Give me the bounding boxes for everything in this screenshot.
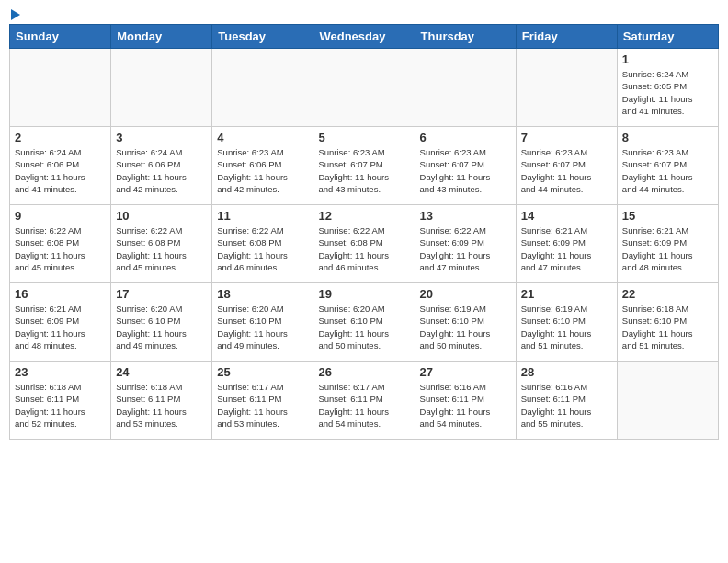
calendar-cell: 15Sunrise: 6:21 AM Sunset: 6:09 PM Dayli… xyxy=(617,205,718,283)
calendar-cell: 26Sunrise: 6:17 AM Sunset: 6:11 PM Dayli… xyxy=(313,362,415,440)
day-info: Sunrise: 6:18 AM Sunset: 6:11 PM Dayligh… xyxy=(116,381,207,430)
day-number: 11 xyxy=(217,209,308,223)
day-number: 15 xyxy=(622,209,713,223)
day-number: 6 xyxy=(420,131,511,144)
calendar-cell: 20Sunrise: 6:19 AM Sunset: 6:10 PM Dayli… xyxy=(415,283,516,362)
day-info: Sunrise: 6:23 AM Sunset: 6:07 PM Dayligh… xyxy=(521,146,612,195)
calendar-cell xyxy=(10,49,111,127)
calendar-cell: 25Sunrise: 6:17 AM Sunset: 6:11 PM Dayli… xyxy=(212,362,313,440)
day-number: 13 xyxy=(420,209,511,223)
day-info: Sunrise: 6:20 AM Sunset: 6:10 PM Dayligh… xyxy=(217,303,308,351)
day-info: Sunrise: 6:16 AM Sunset: 6:11 PM Dayligh… xyxy=(521,381,612,430)
day-info: Sunrise: 6:22 AM Sunset: 6:09 PM Dayligh… xyxy=(420,224,511,273)
calendar-cell xyxy=(617,362,718,440)
calendar-cell: 21Sunrise: 6:19 AM Sunset: 6:10 PM Dayli… xyxy=(516,283,617,362)
day-info: Sunrise: 6:21 AM Sunset: 6:09 PM Dayligh… xyxy=(15,303,106,351)
day-number: 3 xyxy=(116,131,207,144)
day-info: Sunrise: 6:22 AM Sunset: 6:08 PM Dayligh… xyxy=(116,224,207,273)
calendar-cell: 6Sunrise: 6:23 AM Sunset: 6:07 PM Daylig… xyxy=(415,127,516,205)
calendar-cell xyxy=(516,49,617,127)
day-number: 23 xyxy=(15,365,106,379)
day-info: Sunrise: 6:19 AM Sunset: 6:10 PM Dayligh… xyxy=(521,303,612,351)
day-info: Sunrise: 6:23 AM Sunset: 6:06 PM Dayligh… xyxy=(217,146,308,195)
logo xyxy=(9,9,20,20)
day-info: Sunrise: 6:24 AM Sunset: 6:06 PM Dayligh… xyxy=(116,146,207,195)
calendar-cell: 8Sunrise: 6:23 AM Sunset: 6:07 PM Daylig… xyxy=(617,127,718,205)
day-number: 7 xyxy=(521,131,612,144)
day-number: 27 xyxy=(420,365,511,379)
calendar-cell: 13Sunrise: 6:22 AM Sunset: 6:09 PM Dayli… xyxy=(415,205,516,283)
day-info: Sunrise: 6:24 AM Sunset: 6:05 PM Dayligh… xyxy=(622,68,713,117)
day-number: 5 xyxy=(318,131,409,144)
day-number: 22 xyxy=(622,287,713,301)
calendar-cell: 12Sunrise: 6:22 AM Sunset: 6:08 PM Dayli… xyxy=(313,205,415,283)
calendar-week-row: 1Sunrise: 6:24 AM Sunset: 6:05 PM Daylig… xyxy=(10,49,719,127)
day-info: Sunrise: 6:22 AM Sunset: 6:08 PM Dayligh… xyxy=(217,224,308,273)
day-number: 9 xyxy=(15,209,106,223)
calendar-cell: 2Sunrise: 6:24 AM Sunset: 6:06 PM Daylig… xyxy=(10,127,111,205)
day-info: Sunrise: 6:20 AM Sunset: 6:10 PM Dayligh… xyxy=(116,303,207,351)
calendar-week-row: 2Sunrise: 6:24 AM Sunset: 6:06 PM Daylig… xyxy=(10,127,719,205)
day-number: 4 xyxy=(217,131,308,144)
calendar-cell: 16Sunrise: 6:21 AM Sunset: 6:09 PM Dayli… xyxy=(10,283,111,362)
day-info: Sunrise: 6:18 AM Sunset: 6:11 PM Dayligh… xyxy=(15,381,106,430)
calendar-cell: 7Sunrise: 6:23 AM Sunset: 6:07 PM Daylig… xyxy=(516,127,617,205)
day-number: 19 xyxy=(318,287,409,301)
calendar-week-row: 9Sunrise: 6:22 AM Sunset: 6:08 PM Daylig… xyxy=(10,205,719,283)
calendar-cell: 19Sunrise: 6:20 AM Sunset: 6:10 PM Dayli… xyxy=(313,283,415,362)
day-number: 18 xyxy=(217,287,308,301)
day-info: Sunrise: 6:17 AM Sunset: 6:11 PM Dayligh… xyxy=(217,381,308,430)
day-number: 24 xyxy=(116,365,207,379)
day-number: 10 xyxy=(116,209,207,223)
day-info: Sunrise: 6:23 AM Sunset: 6:07 PM Dayligh… xyxy=(318,146,409,195)
calendar-cell: 11Sunrise: 6:22 AM Sunset: 6:08 PM Dayli… xyxy=(212,205,313,283)
day-number: 16 xyxy=(15,287,106,301)
day-number: 12 xyxy=(318,209,409,223)
calendar-week-row: 23Sunrise: 6:18 AM Sunset: 6:11 PM Dayli… xyxy=(10,362,719,440)
page-header xyxy=(9,9,719,20)
calendar-cell xyxy=(415,49,516,127)
logo-triangle-icon xyxy=(11,9,20,20)
day-info: Sunrise: 6:23 AM Sunset: 6:07 PM Dayligh… xyxy=(420,146,511,195)
day-info: Sunrise: 6:20 AM Sunset: 6:10 PM Dayligh… xyxy=(318,303,409,351)
day-info: Sunrise: 6:24 AM Sunset: 6:06 PM Dayligh… xyxy=(15,146,106,195)
calendar-header-row: SundayMondayTuesdayWednesdayThursdayFrid… xyxy=(10,25,719,49)
day-number: 25 xyxy=(217,365,308,379)
day-info: Sunrise: 6:19 AM Sunset: 6:10 PM Dayligh… xyxy=(420,303,511,351)
day-number: 1 xyxy=(622,52,713,66)
day-of-week-header: Sunday xyxy=(10,25,111,49)
calendar-cell: 5Sunrise: 6:23 AM Sunset: 6:07 PM Daylig… xyxy=(313,127,415,205)
day-number: 2 xyxy=(15,131,106,144)
calendar-cell xyxy=(212,49,313,127)
calendar-cell: 27Sunrise: 6:16 AM Sunset: 6:11 PM Dayli… xyxy=(415,362,516,440)
day-of-week-header: Friday xyxy=(516,25,617,49)
day-of-week-header: Wednesday xyxy=(313,25,415,49)
day-info: Sunrise: 6:22 AM Sunset: 6:08 PM Dayligh… xyxy=(15,224,106,273)
day-info: Sunrise: 6:22 AM Sunset: 6:08 PM Dayligh… xyxy=(318,224,409,273)
day-of-week-header: Monday xyxy=(111,25,212,49)
day-info: Sunrise: 6:16 AM Sunset: 6:11 PM Dayligh… xyxy=(420,381,511,430)
calendar-cell: 22Sunrise: 6:18 AM Sunset: 6:10 PM Dayli… xyxy=(617,283,718,362)
calendar-cell xyxy=(313,49,415,127)
day-number: 26 xyxy=(318,365,409,379)
day-number: 14 xyxy=(521,209,612,223)
calendar-cell: 17Sunrise: 6:20 AM Sunset: 6:10 PM Dayli… xyxy=(111,283,212,362)
calendar-cell: 23Sunrise: 6:18 AM Sunset: 6:11 PM Dayli… xyxy=(10,362,111,440)
calendar-cell: 9Sunrise: 6:22 AM Sunset: 6:08 PM Daylig… xyxy=(10,205,111,283)
calendar-cell: 24Sunrise: 6:18 AM Sunset: 6:11 PM Dayli… xyxy=(111,362,212,440)
day-of-week-header: Tuesday xyxy=(212,25,313,49)
calendar-cell: 3Sunrise: 6:24 AM Sunset: 6:06 PM Daylig… xyxy=(111,127,212,205)
day-of-week-header: Thursday xyxy=(415,25,516,49)
day-info: Sunrise: 6:18 AM Sunset: 6:10 PM Dayligh… xyxy=(622,303,713,351)
calendar-table: SundayMondayTuesdayWednesdayThursdayFrid… xyxy=(9,24,719,440)
calendar-cell: 10Sunrise: 6:22 AM Sunset: 6:08 PM Dayli… xyxy=(111,205,212,283)
day-info: Sunrise: 6:17 AM Sunset: 6:11 PM Dayligh… xyxy=(318,381,409,430)
day-number: 20 xyxy=(420,287,511,301)
calendar-cell: 18Sunrise: 6:20 AM Sunset: 6:10 PM Dayli… xyxy=(212,283,313,362)
calendar-cell: 1Sunrise: 6:24 AM Sunset: 6:05 PM Daylig… xyxy=(617,49,718,127)
day-info: Sunrise: 6:21 AM Sunset: 6:09 PM Dayligh… xyxy=(521,224,612,273)
day-info: Sunrise: 6:23 AM Sunset: 6:07 PM Dayligh… xyxy=(622,146,713,195)
calendar-cell: 4Sunrise: 6:23 AM Sunset: 6:06 PM Daylig… xyxy=(212,127,313,205)
calendar-week-row: 16Sunrise: 6:21 AM Sunset: 6:09 PM Dayli… xyxy=(10,283,719,362)
calendar-cell: 28Sunrise: 6:16 AM Sunset: 6:11 PM Dayli… xyxy=(516,362,617,440)
